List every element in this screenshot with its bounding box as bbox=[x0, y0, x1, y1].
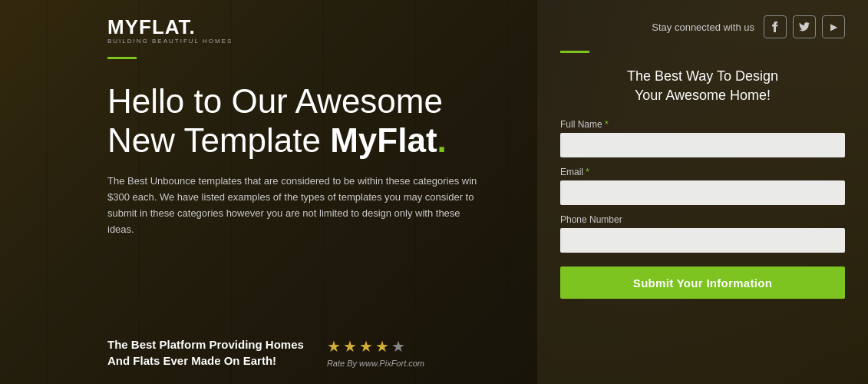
form-title: The Best Way To Design Your Awesome Home… bbox=[560, 67, 845, 105]
email-label-text: Email bbox=[560, 167, 583, 177]
star-2: ★ bbox=[343, 337, 357, 356]
star-1: ★ bbox=[327, 337, 341, 356]
twitter-icon[interactable] bbox=[793, 15, 816, 38]
logo-text: MYFLAT. bbox=[107, 15, 514, 39]
logo-name: MYFLAT. bbox=[107, 15, 196, 38]
rate-label: Rate By www.PixFort.com bbox=[327, 359, 424, 368]
phone-label-text: Phone Number bbox=[560, 214, 622, 225]
right-header: Stay connected with us ▶ bbox=[560, 15, 845, 38]
heading-part2: New Template bbox=[107, 121, 330, 159]
email-group: Email * bbox=[560, 167, 845, 205]
contact-form: Full Name * Email * Phone Number Submit … bbox=[560, 119, 845, 299]
full-name-input[interactable] bbox=[560, 133, 845, 157]
facebook-icon[interactable] bbox=[764, 15, 787, 38]
left-panel: MYFLAT. BUILDING BEAUTIFUL HOMES Hello t… bbox=[0, 0, 537, 384]
phone-input[interactable] bbox=[560, 228, 845, 253]
phone-group: Phone Number bbox=[560, 214, 845, 253]
submit-button[interactable]: Submit Your Information bbox=[560, 266, 845, 299]
email-required: * bbox=[586, 167, 589, 177]
youtube-icon[interactable]: ▶ bbox=[822, 15, 845, 38]
heading-line2: New Template MyFlat. bbox=[107, 121, 447, 159]
full-name-label-text: Full Name bbox=[560, 119, 602, 130]
logo-subtext: BUILDING BEAUTIFUL HOMES bbox=[107, 38, 514, 45]
bottom-section: The Best Platform Providing Homes And Fl… bbox=[107, 336, 514, 369]
star-rating: ★ ★ ★ ★ ★ bbox=[327, 337, 405, 356]
full-name-label: Full Name * bbox=[560, 119, 845, 130]
right-divider bbox=[560, 51, 589, 53]
social-area: Stay connected with us ▶ bbox=[652, 15, 845, 38]
rating-area: ★ ★ ★ ★ ★ Rate By www.PixFort.com bbox=[327, 337, 424, 368]
main-heading: Hello to Our Awesome New Template MyFlat… bbox=[107, 82, 514, 160]
heading-line1: Hello to Our Awesome bbox=[107, 82, 443, 120]
form-title-line2: Your Awesome Home! bbox=[635, 88, 771, 103]
social-label: Stay connected with us bbox=[652, 22, 754, 33]
phone-label: Phone Number bbox=[560, 214, 845, 225]
email-label: Email * bbox=[560, 167, 845, 177]
social-icons: ▶ bbox=[764, 15, 845, 38]
full-name-group: Full Name * bbox=[560, 119, 845, 157]
full-name-required: * bbox=[605, 119, 609, 130]
tagline-line2: And Flats Ever Made On Earth! bbox=[107, 354, 276, 367]
hero-description: The Best Unbounce templates that are con… bbox=[107, 174, 484, 237]
tagline: The Best Platform Providing Homes And Fl… bbox=[107, 336, 304, 369]
logo-divider bbox=[107, 57, 137, 59]
right-panel: Stay connected with us ▶ The Best Way To… bbox=[537, 0, 868, 384]
heading-dot: . bbox=[437, 121, 447, 159]
heading-brand: MyFlat bbox=[330, 121, 437, 159]
email-input[interactable] bbox=[560, 180, 845, 205]
logo: MYFLAT. BUILDING BEAUTIFUL HOMES bbox=[107, 15, 514, 45]
star-5: ★ bbox=[391, 337, 405, 356]
star-3: ★ bbox=[359, 337, 373, 356]
star-4: ★ bbox=[375, 337, 389, 356]
form-title-line1: The Best Way To Design bbox=[627, 68, 778, 84]
youtube-play-icon: ▶ bbox=[830, 22, 837, 32]
tagline-line1: The Best Platform Providing Homes bbox=[107, 338, 304, 351]
